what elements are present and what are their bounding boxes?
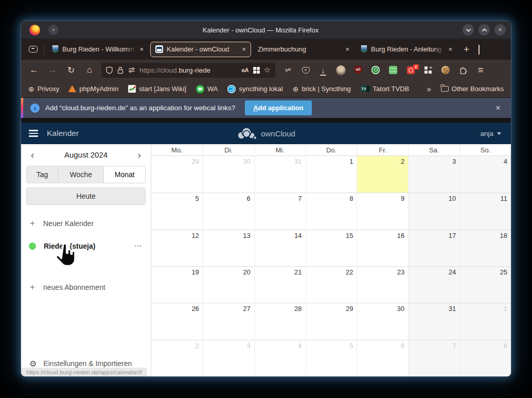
- ublock-extension-button[interactable]: uO: [349, 66, 367, 74]
- url-input[interactable]: https://cloud.burg-riede: [139, 66, 237, 74]
- calendar-day-cell[interactable]: 9: [357, 193, 408, 229]
- calendar-day-cell[interactable]: 22: [306, 267, 357, 303]
- bookmarks-overflow-button[interactable]: »: [427, 84, 431, 93]
- minimize-button[interactable]: [463, 24, 474, 36]
- calendar-day-cell[interactable]: 12: [151, 230, 203, 266]
- tab-burg-rieden-anleitung[interactable]: Burg Rieden - Anleitung ×: [356, 42, 457, 57]
- new-subscription-button[interactable]: + neues Abonnement: [21, 281, 151, 293]
- calendar-day-cell[interactable]: 4: [254, 340, 306, 376]
- calendar-day-cell[interactable]: 1: [459, 303, 511, 339]
- maximize-button[interactable]: [478, 24, 490, 36]
- bookmark-syncthing-lokal[interactable]: syncthing lokal: [227, 85, 282, 93]
- cookie-extension-button[interactable]: [437, 66, 454, 74]
- calendar-day-cell[interactable]: 30: [203, 156, 254, 193]
- calendar-day-cell[interactable]: 13: [203, 230, 254, 266]
- tab-list-button[interactable]: [474, 45, 484, 54]
- url-bar[interactable]: https://cloud.burg-riede aA ☆: [101, 63, 275, 78]
- calendar-day-cell[interactable]: 23: [357, 267, 408, 303]
- calendar-color-dot[interactable]: [29, 243, 36, 250]
- screenshot-button[interactable]: ✂: [279, 65, 297, 75]
- calendar-day-cell[interactable]: 10: [408, 193, 459, 229]
- new-calendar-button[interactable]: + Neuer Kalender: [21, 217, 151, 230]
- calendar-day-cell[interactable]: 26: [151, 303, 203, 339]
- permissions-icon[interactable]: [128, 67, 135, 73]
- calendar-day-cell[interactable]: 19: [151, 267, 203, 303]
- home-button[interactable]: ⌂: [82, 65, 97, 75]
- calendar-day-cell[interactable]: 29: [151, 156, 203, 193]
- tab-close-icon[interactable]: ×: [242, 45, 246, 53]
- calendar-day-cell[interactable]: 4: [459, 156, 511, 193]
- calendar-day-cell[interactable]: 30: [357, 303, 408, 339]
- calendar-day-cell-today[interactable]: 2: [357, 156, 408, 193]
- calendar-day-cell[interactable]: 17: [408, 230, 459, 266]
- green-circle-extension-button[interactable]: [367, 66, 384, 74]
- tab-close-icon[interactable]: ×: [139, 45, 144, 53]
- app-navigation-toggle[interactable]: [29, 130, 38, 136]
- calendar-day-cell[interactable]: 7: [408, 340, 459, 376]
- calendar-list-item[interactable]: Rieden (stueja) •••: [21, 240, 151, 252]
- back-button[interactable]: ←: [26, 65, 42, 75]
- tab-close-icon[interactable]: ×: [448, 45, 452, 53]
- tracking-shield-icon[interactable]: [106, 66, 113, 74]
- tab-burg-rieden-willkommen[interactable]: Burg Rieden - Willkomm ×: [47, 42, 148, 57]
- bookmark-whatsapp[interactable]: ☎WA: [196, 85, 218, 93]
- app-menu-button[interactable]: ≡: [472, 65, 489, 76]
- calendar-day-cell[interactable]: 25: [459, 267, 511, 303]
- bookmark-jans-wiki[interactable]: start [Jans Wiki]: [128, 85, 186, 93]
- calendar-day-cell[interactable]: 3: [203, 340, 254, 376]
- calendar-day-cell[interactable]: 29: [306, 303, 357, 339]
- calendar-day-cell[interactable]: 6: [357, 340, 408, 376]
- reload-button[interactable]: ↻: [63, 65, 79, 76]
- view-monat-button[interactable]: Monat: [104, 166, 145, 183]
- calendar-day-cell[interactable]: 6: [203, 193, 254, 229]
- today-button[interactable]: Heute: [26, 187, 146, 205]
- calendar-day-cell[interactable]: 24: [408, 267, 459, 303]
- forward-button[interactable]: →: [45, 65, 60, 75]
- view-tag-button[interactable]: Tag: [27, 166, 58, 183]
- bookmark-phpmyadmin[interactable]: phpMyAdmin: [69, 85, 118, 93]
- green-square-extension-button[interactable]: [384, 66, 402, 74]
- calendar-day-cell[interactable]: 11: [459, 193, 511, 229]
- calendar-day-cell[interactable]: 14: [254, 230, 306, 266]
- add-application-button[interactable]: Add application: [245, 100, 312, 115]
- calendar-day-cell[interactable]: 16: [357, 230, 408, 266]
- other-bookmarks-button[interactable]: Other Bookmarks: [441, 85, 504, 93]
- calendar-day-cell[interactable]: 20: [203, 267, 254, 303]
- user-menu[interactable]: anja: [480, 130, 503, 137]
- tab-kalender-owncloud[interactable]: Kalender - ownCloud ×: [150, 42, 251, 57]
- calendar-day-cell[interactable]: 5: [306, 340, 357, 376]
- calendar-day-cell[interactable]: 8: [459, 340, 511, 376]
- firefox-view-button[interactable]: [25, 42, 41, 57]
- calendar-day-cell[interactable]: 27: [203, 303, 254, 339]
- calendar-day-cell[interactable]: 3: [408, 156, 459, 193]
- close-notification-button[interactable]: ×: [492, 103, 504, 113]
- calendar-day-cell[interactable]: 28: [254, 303, 306, 339]
- tab-close-icon[interactable]: ×: [345, 45, 349, 53]
- account-avatar[interactable]: [332, 65, 349, 75]
- calendar-day-cell[interactable]: 21: [254, 267, 306, 303]
- translate-icon[interactable]: aA: [241, 67, 249, 73]
- grid-icon[interactable]: [253, 67, 260, 74]
- extensions-button[interactable]: [454, 66, 472, 74]
- red-badge-extension-button[interactable]: 2: [402, 66, 419, 74]
- bookmark-brick-syncthing[interactable]: ⊕brick | Syncthing: [293, 85, 351, 93]
- calendar-day-cell[interactable]: 7: [254, 193, 306, 229]
- more-options-button[interactable]: •••: [135, 244, 143, 249]
- bookmark-tatort-tvdb[interactable]: TVTatort TVDB: [361, 85, 410, 93]
- downloads-button[interactable]: ↓: [314, 66, 332, 75]
- calendar-day-cell[interactable]: 2: [151, 340, 203, 376]
- calendar-day-cell[interactable]: 5: [151, 193, 203, 229]
- grid-plus-extension-button[interactable]: +: [419, 66, 437, 74]
- calendar-day-cell[interactable]: 18: [459, 230, 511, 266]
- calendar-day-cell[interactable]: 31: [408, 303, 459, 339]
- calendar-day-cell[interactable]: 8: [306, 193, 357, 229]
- pocket-button[interactable]: [297, 67, 314, 74]
- next-month-button[interactable]: ›: [138, 150, 141, 160]
- new-tab-button[interactable]: +: [459, 44, 474, 55]
- bookmark-star-icon[interactable]: ☆: [264, 65, 271, 75]
- titlebar-pin-button[interactable]: [48, 25, 59, 35]
- view-woche-button[interactable]: Woche: [58, 166, 104, 183]
- calendar-day-cell[interactable]: 15: [306, 230, 357, 266]
- calendar-day-cell[interactable]: 1: [306, 156, 357, 193]
- bookmark-privoxy[interactable]: ⊕Privoxy: [28, 85, 59, 93]
